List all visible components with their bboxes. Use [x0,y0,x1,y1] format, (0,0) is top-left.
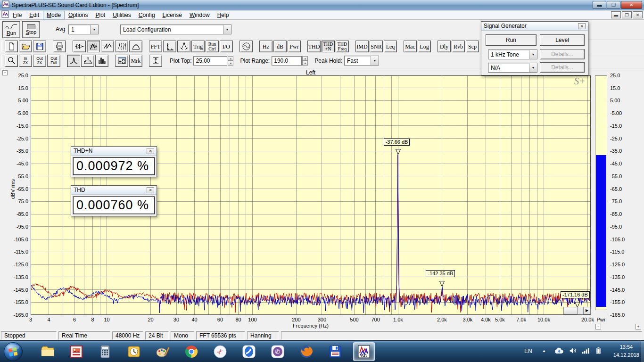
save-button[interactable] [33,41,46,52]
peak-marker[interactable] [439,281,444,286]
spinner-down-icon[interactable]: ▼ [302,61,308,66]
thd-window-titlebar[interactable]: THD ✕ [71,186,157,195]
generator-source2-select[interactable]: N/A ▼ [488,63,537,73]
menu-file[interactable]: File [9,11,25,19]
chevron-down-icon[interactable]: ▼ [223,25,231,34]
thd-button[interactable]: THD [307,41,321,52]
taskbar-spectraplus-sc[interactable]: SC [353,342,375,361]
waveform-view-button[interactable] [101,41,114,52]
thd-n-button[interactable]: THD +N [322,41,335,52]
load-configuration-select[interactable]: Load Configuration ▼ [120,25,231,34]
taskbar-messaging-app[interactable] [238,342,260,361]
mdi-restore-button[interactable]: ❐ [622,11,632,18]
spinner-down-icon[interactable]: ▼ [228,61,233,66]
amplitude-range-button[interactable] [149,55,162,67]
taskbar-outlook[interactable] [123,342,145,361]
taskbar-firefox[interactable] [296,342,317,361]
generator-details1-button[interactable]: Details... [540,49,585,59]
generator-source1-select[interactable]: 1 kHz Tone ▼ [488,49,537,59]
menu-config[interactable]: Config [135,11,159,19]
menu-license[interactable]: License [159,11,186,19]
peak-hold-select[interactable]: Fast ▼ [344,56,379,66]
signal-generator-button[interactable] [239,41,253,52]
restore-button[interactable]: ❐ [607,1,620,9]
line-plot-button[interactable] [67,55,80,67]
battery-icon[interactable] [594,346,603,356]
taskbar-chrome[interactable] [181,342,202,361]
menu-help[interactable]: Help [214,11,233,19]
calibration-button[interactable] [177,41,190,52]
clock[interactable]: 13:54 14.12.2018 [613,343,639,359]
generator-level-button[interactable]: Level [540,34,585,46]
io-device-button[interactable]: I/O [220,41,233,52]
menu-edit[interactable]: Edit [25,11,43,19]
menu-window[interactable]: Window [186,11,214,19]
spectrogram-view-button[interactable] [115,41,128,52]
delay-button[interactable]: Dly [438,41,451,52]
minimize-button[interactable]: ▬ [593,1,606,9]
chevron-down-icon[interactable]: ▼ [529,63,537,72]
taskbar-windows-explorer[interactable] [37,342,58,361]
macro-button[interactable]: Mac [404,41,417,52]
mdi-minimize-button[interactable]: ▬ [611,11,621,18]
close-button[interactable]: ✕ [621,1,642,9]
close-icon[interactable]: ✕ [578,23,586,29]
scrollbar-thumb[interactable] [563,307,578,314]
plot-horizontal-scrollbar[interactable]: ▶ [563,307,591,314]
fft-settings-button[interactable]: FFT [149,41,162,52]
taskbar-picture-manager[interactable] [66,342,87,361]
taskbar-snipping-tool[interactable]: ✂ [209,342,231,361]
menu-plot[interactable]: Plot [91,11,109,19]
plot-top-input[interactable] [193,56,227,66]
signal-generator-dialog[interactable]: Signal Generator ✕ Run Level 1 kHz Tone … [481,21,588,75]
scaling-button[interactable] [163,41,176,52]
hidden-icons-arrow-icon[interactable]: ▲ [542,349,546,353]
zoom-in-2x-button[interactable]: In 2X [19,55,32,67]
taskbar-paint[interactable] [152,342,173,361]
histogram-plot-button[interactable] [95,55,108,67]
scope-button[interactable]: Scp [466,41,479,52]
meter-collapse-button[interactable]: − [595,324,601,329]
imd-button[interactable]: IMD [355,41,369,52]
spinner-up-icon[interactable]: ▲ [228,56,233,61]
close-icon[interactable]: ✕ [147,187,154,193]
chevron-down-icon[interactable]: ▼ [371,56,379,65]
peak-marker[interactable] [396,149,400,155]
spectrum-view-button[interactable] [87,41,100,52]
taskbar-viber[interactable]: ✆ [267,342,289,361]
network-signal-icon[interactable] [581,346,590,356]
collapse-plot-button[interactable]: − [2,70,8,75]
generator-run-button[interactable]: Run [486,34,537,46]
open-file-button[interactable] [19,41,32,52]
trigger-button[interactable]: Trig [191,41,205,52]
zoom-button[interactable] [5,55,18,67]
leq-button[interactable]: Leq [384,41,397,52]
reverb-button[interactable]: Rvb [452,41,465,52]
cloud-sync-icon[interactable] [554,346,564,356]
bar-plot-button[interactable] [81,55,94,67]
time-series-button[interactable] [73,41,86,52]
taskbar-total-commander[interactable] [324,342,346,361]
new-document-button[interactable] [5,41,18,52]
plot-top-spinner[interactable]: ▲▼ [228,56,233,66]
menu-options[interactable]: Options [65,11,91,19]
thd-n-window[interactable]: THD+N ✕ 0.000972 % [71,146,157,177]
plot-range-input[interactable] [272,56,302,66]
averages-select[interactable]: 1 ▼ [68,25,99,34]
plot-range-spinner[interactable]: ▲▼ [302,56,308,66]
mdi-close-button[interactable]: ✕ [633,11,643,18]
thd-freq-button[interactable]: THD Freq [336,41,349,52]
thd-n-window-titlebar[interactable]: THD+N ✕ [71,147,157,156]
db-units-button[interactable]: dB [273,41,287,52]
scrollbar-right-arrow[interactable]: ▶ [583,307,591,314]
pwr-units-button[interactable]: Pwr [288,41,301,52]
speaker-icon[interactable] [569,346,577,356]
surface-view-button[interactable] [129,41,142,52]
panel-expand-button[interactable]: + [636,324,641,329]
menu-utilities[interactable]: Utilities [109,11,135,19]
language-indicator[interactable]: EN [524,348,532,354]
thd-window[interactable]: THD ✕ 0.000760 % [71,185,157,216]
print-button[interactable] [53,41,66,52]
start-button[interactable] [3,341,24,362]
run-control-button[interactable]: Run Ctrl [206,41,219,52]
